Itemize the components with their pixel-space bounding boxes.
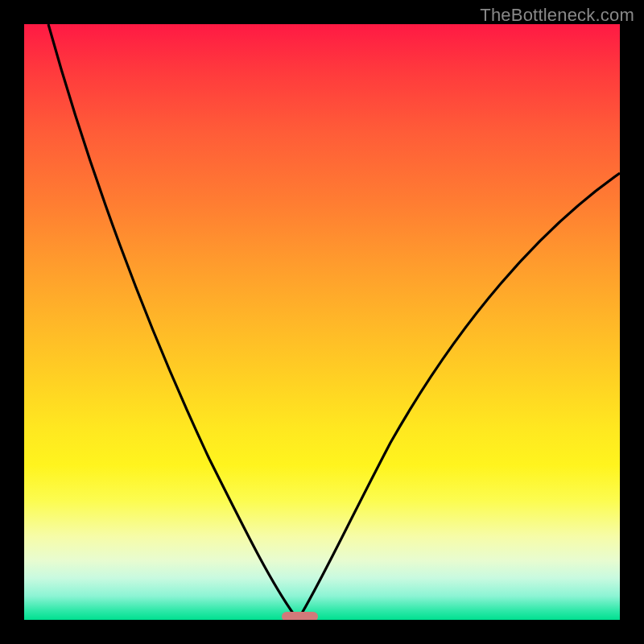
curve-layer [24, 24, 620, 620]
optimal-marker [282, 612, 318, 620]
plot-area [24, 24, 620, 620]
left-curve [48, 24, 298, 620]
right-curve [298, 173, 620, 620]
chart-container: TheBottleneck.com [0, 0, 644, 644]
watermark-text: TheBottleneck.com [480, 5, 634, 26]
